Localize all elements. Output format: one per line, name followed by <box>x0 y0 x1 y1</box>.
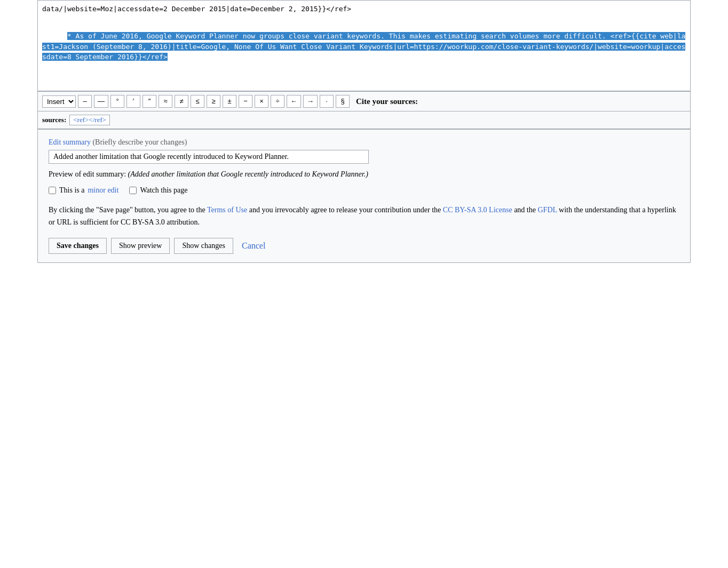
toolbar-btn-middle-dot[interactable]: · <box>320 95 334 108</box>
show-changes-button[interactable]: Show changes <box>174 238 233 254</box>
toolbar-btn-plus-minus[interactable]: ± <box>223 95 236 108</box>
cc-license-link[interactable]: CC BY-SA 3.0 License <box>443 206 512 214</box>
insert-select[interactable]: Insert <box>42 95 76 108</box>
toolbar-btn-approx[interactable]: ≈ <box>159 95 172 108</box>
toolbar-btn-less-equal[interactable]: ≤ <box>191 95 204 108</box>
terms-text-2: and you irrevocably agree to release you… <box>249 206 441 214</box>
edit-summary-heading: Edit summary (Briefly describe your chan… <box>49 138 679 147</box>
toolbar-btn-times[interactable]: × <box>255 95 268 108</box>
cancel-link[interactable]: Cancel <box>238 239 270 253</box>
terms-text-block: By clicking the "Save page" button, you … <box>49 204 679 228</box>
minor-edit-checkbox[interactable] <box>49 187 56 194</box>
cite-your-sources-label: Cite your sources: <box>356 97 418 106</box>
watch-page-label: Watch this page <box>140 186 187 195</box>
terms-of-use-link[interactable]: Terms of Use <box>207 206 247 214</box>
editor-top-text: data/|website=Moz|accessdate=2 December … <box>38 1 690 18</box>
toolbar-btn-greater-equal[interactable]: ≥ <box>207 95 220 108</box>
edit-summary-label-row: Edit summary (Briefly describe your chan… <box>49 138 679 164</box>
minor-edit-link[interactable]: minor edit <box>88 186 118 195</box>
toolbar-btn-section[interactable]: § <box>336 95 350 108</box>
cite-sources-row: sources: <ref></ref> <box>38 111 690 129</box>
toolbar-btn-em-dash[interactable]: — <box>94 95 108 108</box>
preview-summary-text: (Added another limitation that Google re… <box>128 170 368 178</box>
save-changes-button[interactable]: Save changes <box>49 238 107 254</box>
toolbar-btn-minus[interactable]: − <box>239 95 252 108</box>
minor-edit-text: This is a <box>59 186 84 195</box>
cite-ref-link[interactable]: <ref></ref> <box>69 115 110 125</box>
toolbar-btn-double-prime[interactable]: ″ <box>143 95 156 108</box>
preview-summary-label: Preview of edit summary: <box>49 170 126 178</box>
minor-edit-checkbox-item: This is a minor edit <box>49 186 118 195</box>
editor-content-area[interactable]: data/|website=Moz|accessdate=2 December … <box>38 1 690 91</box>
cite-sources-text-label: sources: <box>42 116 66 124</box>
toolbar-btn-degree[interactable]: ° <box>110 95 124 108</box>
preview-summary-row: Preview of edit summary: (Added another … <box>49 170 679 179</box>
terms-text-3: and the <box>514 206 536 214</box>
checkboxes-row: This is a minor edit Watch this page <box>49 186 679 195</box>
toolbar-btn-right-arrow[interactable]: → <box>303 95 318 108</box>
edit-summary-input[interactable] <box>49 150 369 164</box>
terms-text-1: By clicking the "Save page" button, you … <box>49 206 205 214</box>
editor-toolbar: Insert – — ° ′ ″ ≈ ≠ ≤ ≥ ± − × ÷ ← → · §… <box>38 91 690 111</box>
watch-page-checkbox-item: Watch this page <box>129 186 187 195</box>
gfdl-link[interactable]: GFDL <box>537 206 557 214</box>
toolbar-btn-en-dash[interactable]: – <box>78 95 92 108</box>
action-buttons-row: Save changes Show preview Show changes C… <box>49 238 679 254</box>
selected-text-block: * As of June 2016, Google Keyword Planne… <box>42 32 685 61</box>
toolbar-btn-left-arrow[interactable]: ← <box>287 95 301 108</box>
toolbar-btn-prime[interactable]: ′ <box>126 95 140 108</box>
edit-summary-hint: (Briefly describe your changes) <box>92 138 187 146</box>
toolbar-btn-divide[interactable]: ÷ <box>271 95 284 108</box>
watch-page-checkbox[interactable] <box>129 187 137 194</box>
edit-summary-link[interactable]: Edit summary <box>49 138 91 146</box>
wiki-editor: data/|website=Moz|accessdate=2 December … <box>37 0 691 263</box>
edit-summary-section: Edit summary (Briefly describe your chan… <box>38 129 690 262</box>
show-preview-button[interactable]: Show preview <box>111 238 170 254</box>
toolbar-btn-not-equal[interactable]: ≠ <box>175 95 188 108</box>
editor-selected-text: * As of June 2016, Google Keyword Planne… <box>38 18 690 76</box>
